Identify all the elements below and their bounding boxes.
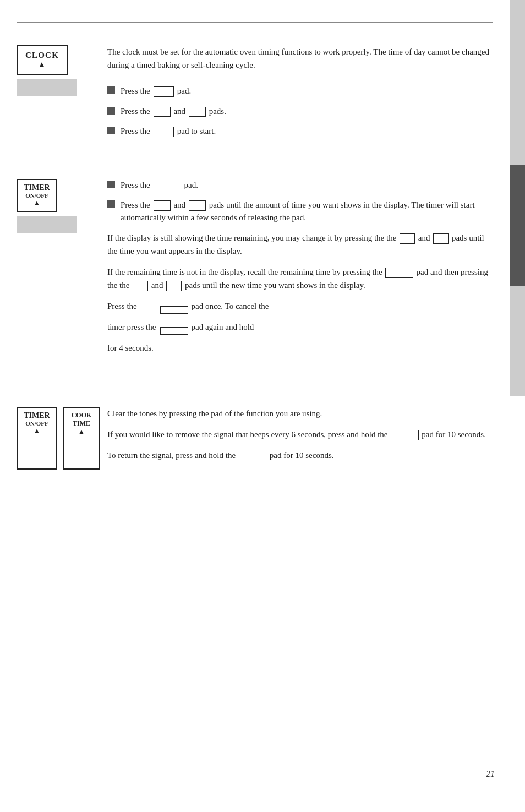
timer-step-1-text: Press the pad. xyxy=(121,179,198,192)
timer-para-2-and: and xyxy=(151,281,165,290)
bottom-para-1: Clear the tones by pressing the pad of t… xyxy=(107,407,493,420)
timer-step-2-prefix: Press the xyxy=(121,200,152,209)
timer-section: TIMER ON/OFF ▲ Press the pad. xyxy=(17,173,493,380)
bottom-para-3-prefix: To return the signal, press and hold the xyxy=(107,451,238,460)
clock-step-3: Press the pad to start. xyxy=(107,125,493,138)
timer-step-1: Press the pad. xyxy=(107,179,493,192)
bottom-para-3-inline xyxy=(239,451,266,462)
bottom-icon-col: TIMER ON/OFF ▲ COOK TIME ▲ xyxy=(17,401,107,470)
timer-press-inline1 xyxy=(160,306,188,314)
timer-para-1-inline1 xyxy=(400,233,415,244)
timer-para-2-inline1 xyxy=(385,268,413,279)
clock-step-1: Press the pad. xyxy=(107,85,493,97)
bottom-cooktime-arrow: ▲ xyxy=(78,428,85,436)
step-1-prefix: Press the xyxy=(121,86,152,95)
step-1-inline-box xyxy=(154,86,174,97)
timer-press-col1: Press the timer press the for 4 seconds. xyxy=(107,299,156,362)
step-3-inline-box xyxy=(154,127,174,137)
bottom-section: TIMER ON/OFF ▲ COOK TIME ▲ Clear the ton… xyxy=(17,390,493,470)
clock-text-col: The clock must be set for the automatic … xyxy=(107,40,493,145)
sidebar-mid-block xyxy=(510,165,525,286)
bottom-timer-line1: TIMER xyxy=(24,411,50,420)
timer-button[interactable]: TIMER ON/OFF ▲ xyxy=(17,179,57,212)
bottom-para-2-prefix: If you would like to remove the signal t… xyxy=(107,430,390,439)
clock-icon-placeholder xyxy=(17,79,77,96)
timer-press-col1-line2: timer press the xyxy=(107,320,156,334)
timer-step-2-inline1 xyxy=(154,200,171,211)
clock-button[interactable]: CLOCK ▲ xyxy=(17,45,68,75)
timer-icon-col: TIMER ON/OFF ▲ xyxy=(17,173,107,363)
bottom-para-3-suffix: pad for 10 seconds. xyxy=(270,451,334,460)
timer-press-text1: pad once. To cancel the xyxy=(192,299,269,313)
timer-para-1-and: and xyxy=(418,233,432,242)
timer-step-2-text: Press the and pads until the amount of t… xyxy=(121,199,493,224)
clock-button-arrow: ▲ xyxy=(37,60,46,69)
timer-press-row: Press the timer press the for 4 seconds.… xyxy=(107,299,493,362)
bottom-text-col: Clear the tones by pressing the pad of t… xyxy=(107,401,493,470)
page-number: 21 xyxy=(486,769,495,779)
timer-step-1-square xyxy=(107,181,115,188)
bottom-para-2: If you would like to remove the signal t… xyxy=(107,428,493,441)
step-3-text: Press the pad to start. xyxy=(121,125,216,138)
step-2-inline-box2 xyxy=(189,107,206,117)
clock-icon-col: CLOCK ▲ xyxy=(17,40,107,145)
timer-button-line2: ON/OFF xyxy=(25,192,48,199)
step-3-prefix: Press the xyxy=(121,127,152,135)
step-2-inline-box1 xyxy=(154,107,171,117)
step-2-suffix: pads. xyxy=(209,107,226,116)
timer-step-2-and: and xyxy=(173,200,187,209)
timer-para-2-end: pads until the new time you want shows i… xyxy=(185,281,365,290)
step-3-suffix: pad to start. xyxy=(177,127,216,135)
sidebar-top-block xyxy=(510,0,525,165)
timer-step-1-prefix: Press the xyxy=(121,181,152,189)
top-divider xyxy=(17,22,493,23)
bottom-cooktime-line2: TIME xyxy=(73,419,90,428)
bottom-para-2-suffix: pad for 10 seconds. xyxy=(422,430,486,439)
timer-para-1-inline2 xyxy=(433,233,449,244)
clock-button-label: CLOCK xyxy=(25,51,59,60)
step-3-square xyxy=(107,127,115,134)
right-sidebar xyxy=(510,0,525,812)
bottom-timer-line2: ON/OFF xyxy=(25,420,48,427)
step-1-square xyxy=(107,86,115,94)
clock-section: CLOCK ▲ The clock must be set for the au… xyxy=(17,40,493,162)
bottom-para-2-inline xyxy=(391,430,418,441)
step-1-suffix: pad. xyxy=(177,86,191,95)
step-2-text: Press the and pads. xyxy=(121,105,226,118)
bottom-timer-arrow: ▲ xyxy=(34,427,41,435)
bottom-cooktime-line1: COOK xyxy=(72,411,92,419)
timer-text-col: Press the pad. Press the and xyxy=(107,173,493,363)
sidebar-bot-block xyxy=(510,286,525,396)
timer-press-text2: pad again and hold xyxy=(192,320,254,334)
step-2-square xyxy=(107,107,115,115)
timer-step-1-inline xyxy=(154,181,181,191)
step-2-and: and xyxy=(173,107,187,116)
timer-button-line1: TIMER xyxy=(24,183,50,192)
timer-press-inline2 xyxy=(160,327,188,335)
timer-step-2: Press the and pads until the amount of t… xyxy=(107,199,493,224)
timer-para-1-text1: If the display is still showing the time… xyxy=(107,233,398,242)
timer-press-col1-line3: for 4 seconds. xyxy=(107,341,156,355)
timer-icon-placeholder xyxy=(17,216,77,233)
timer-step-2-inline2 xyxy=(189,200,206,211)
timer-button-arrow: ▲ xyxy=(34,199,41,208)
timer-press-col1-line1: Press the xyxy=(107,299,156,313)
step-2-prefix: Press the xyxy=(121,107,152,116)
timer-step-1-suffix: pad. xyxy=(184,181,198,189)
bottom-para-3: To return the signal, press and hold the… xyxy=(107,449,493,462)
timer-para-1: If the display is still showing the time… xyxy=(107,231,493,258)
timer-para-2: If the remaining time is not in the disp… xyxy=(107,265,493,292)
clock-intro: The clock must be set for the automatic … xyxy=(107,45,493,72)
step-1-text: Press the pad. xyxy=(121,85,191,97)
timer-press-col2: pad once. To cancel the pad again and ho… xyxy=(159,299,269,341)
clock-step-2: Press the and pads. xyxy=(107,105,493,118)
bottom-timer-button[interactable]: TIMER ON/OFF ▲ xyxy=(17,407,57,470)
bottom-cooktime-button[interactable]: COOK TIME ▲ xyxy=(63,407,100,470)
timer-step-2-square xyxy=(107,200,115,208)
timer-para-2-inline3 xyxy=(166,281,182,292)
timer-para-2-text1: If the remaining time is not in the disp… xyxy=(107,268,384,276)
timer-para-2-inline2 xyxy=(133,281,148,292)
